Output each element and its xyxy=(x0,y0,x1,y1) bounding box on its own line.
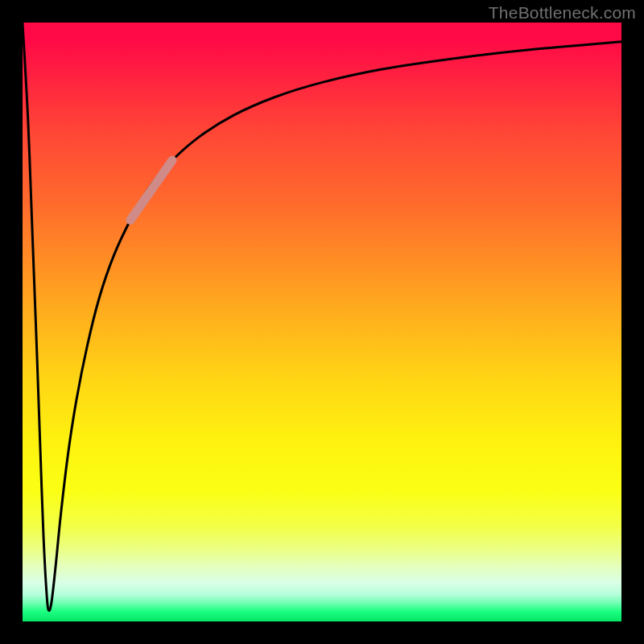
highlight-segment xyxy=(130,160,172,220)
watermark-text: TheBottleneck.com xyxy=(489,3,636,23)
plot-area xyxy=(23,23,621,621)
curve-layer xyxy=(23,23,621,621)
chart-stage: TheBottleneck.com xyxy=(0,0,644,644)
bottleneck-curve xyxy=(23,23,621,610)
